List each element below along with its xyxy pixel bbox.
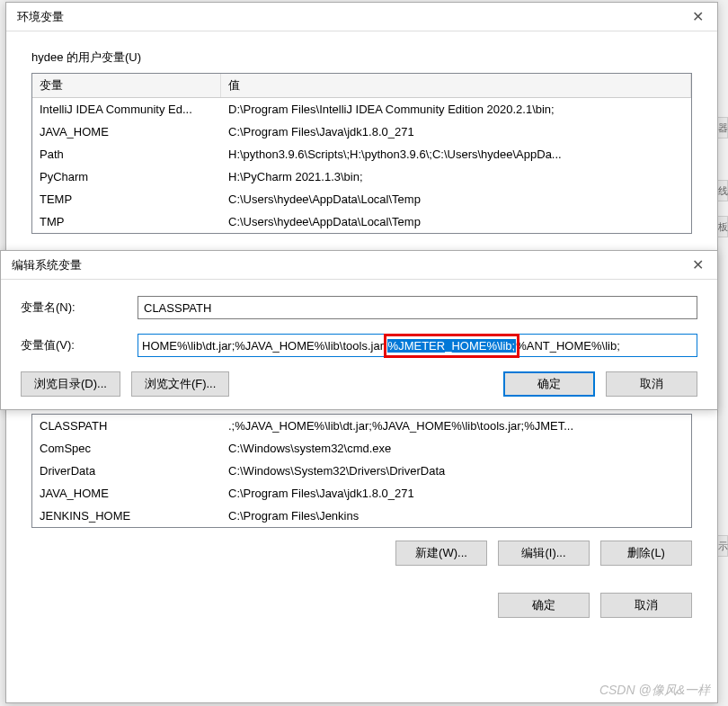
cell-val: C:\Windows\system32\cmd.exe	[221, 439, 691, 458]
col-header-var[interactable]: 变量	[32, 74, 221, 97]
table-header: 变量 值	[32, 74, 691, 98]
edit-dialog-body: 变量名(N): 变量值(V): HOME%\lib\dt.jar;%JAVA_H…	[1, 280, 717, 409]
ok-button[interactable]: 确定	[503, 371, 595, 397]
var-value-label: 变量值(V):	[21, 337, 138, 353]
close-icon[interactable]: ✕	[687, 256, 708, 273]
edge-tab: 示	[717, 535, 728, 557]
cell-var: DriverData	[32, 461, 221, 480]
browse-dir-button[interactable]: 浏览目录(D)...	[21, 371, 120, 397]
edit-system-var-dialog: 编辑系统变量 ✕ 变量名(N): 变量值(V): HOME%\lib\dt.ja…	[0, 250, 718, 410]
cell-var: IntelliJ IDEA Community Ed...	[32, 100, 221, 119]
table-row[interactable]: TEMPC:\Users\hydee\AppData\Local\Temp	[32, 188, 691, 210]
cell-val: .;%JAVA_HOME%\lib\dt.jar;%JAVA_HOME%\lib…	[221, 416, 691, 435]
edit-dialog-titlebar: 编辑系统变量 ✕	[1, 251, 717, 280]
var-value-input[interactable]: HOME%\lib\dt.jar;%JAVA_HOME%\lib\tools.j…	[138, 334, 697, 357]
edit-dialog-button-row: 浏览目录(D)... 浏览文件(F)... 确定 取消	[21, 371, 697, 397]
cell-var: JAVA_HOME	[32, 122, 221, 141]
table-row[interactable]: CLASSPATH.;%JAVA_HOME%\lib\dt.jar;%JAVA_…	[32, 415, 691, 437]
cell-val: H:\python3.9.6\Scripts\;H:\python3.9.6\;…	[221, 145, 691, 164]
table-row[interactable]: JAVA_HOMEC:\Program Files\Java\jdk1.8.0_…	[32, 121, 691, 143]
close-icon[interactable]: ✕	[687, 8, 708, 25]
table-row[interactable]: IntelliJ IDEA Community Ed...D:\Program …	[32, 98, 691, 121]
cell-var: JAVA_HOME	[32, 484, 221, 503]
cell-val: H:\PyCharm 2021.1.3\bin;	[221, 167, 691, 186]
cell-var: PyCharm	[32, 167, 221, 186]
cell-val: C:\Program Files\Java\jdk1.8.0_271	[221, 122, 691, 141]
env-dialog-titlebar: 环境变量 ✕	[6, 3, 717, 31]
cell-var: ComSpec	[32, 439, 221, 458]
value-segment-selected: %JMETER_HOME%\lib;	[387, 339, 517, 353]
sys-table-buttons: 新建(W)... 编辑(I)... 删除(L)	[6, 541, 692, 566]
cell-var: Path	[32, 145, 221, 164]
var-name-row: 变量名(N):	[21, 296, 697, 319]
cell-var: TMP	[32, 212, 221, 231]
cancel-button[interactable]: 取消	[606, 371, 697, 397]
cell-var: TEMP	[32, 190, 221, 209]
table-row[interactable]: PathH:\python3.9.6\Scripts\;H:\python3.9…	[32, 143, 691, 165]
system-vars-table: CLASSPATH.;%JAVA_HOME%\lib\dt.jar;%JAVA_…	[31, 414, 692, 528]
cell-var: JENKINS_HOME	[32, 506, 221, 525]
cell-val: C:\Program Files\Jenkins	[221, 506, 691, 525]
table-row[interactable]: JAVA_HOMEC:\Program Files\Java\jdk1.8.0_…	[32, 482, 691, 505]
cell-val: C:\Users\hydee\AppData\Local\Temp	[221, 190, 691, 209]
edge-tab: 板	[717, 216, 728, 237]
table-row[interactable]: TMPC:\Users\hydee\AppData\Local\Temp	[32, 210, 691, 233]
ok-button[interactable]: 确定	[498, 593, 590, 618]
table-row[interactable]: PyCharmH:\PyCharm 2021.1.3\bin;	[32, 165, 691, 188]
cell-var: CLASSPATH	[32, 416, 221, 435]
table-row[interactable]: DriverDataC:\Windows\System32\Drivers\Dr…	[32, 460, 691, 482]
new-button[interactable]: 新建(W)...	[395, 541, 487, 566]
var-name-input[interactable]	[138, 296, 697, 319]
env-dialog-title: 环境变量	[17, 9, 64, 25]
col-header-val[interactable]: 值	[221, 74, 691, 97]
cell-val: C:\Program Files\Java\jdk1.8.0_271	[221, 484, 691, 503]
edit-button[interactable]: 编辑(I)...	[498, 541, 590, 566]
user-vars-label: hydee 的用户变量(U)	[31, 49, 717, 66]
cell-val: D:\Program Files\IntelliJ IDEA Community…	[221, 100, 691, 119]
user-vars-table: 变量 值 IntelliJ IDEA Community Ed...D:\Pro…	[31, 73, 692, 234]
edge-tab: 器	[717, 117, 728, 139]
cell-val: C:\Windows\System32\Drivers\DriverData	[221, 461, 691, 480]
edit-dialog-title: 编辑系统变量	[12, 257, 82, 273]
browse-file-button[interactable]: 浏览文件(F)...	[131, 371, 229, 397]
value-segment-post: %ANT_HOME%\lib;	[516, 339, 620, 353]
var-value-row: 变量值(V): HOME%\lib\dt.jar;%JAVA_HOME%\lib…	[21, 334, 697, 357]
var-name-label: 变量名(N):	[21, 299, 138, 316]
watermark: CSDN @像风&一样	[599, 683, 710, 699]
env-dialog-buttons: 确定 取消	[6, 593, 692, 618]
edge-tab: 线	[717, 180, 728, 201]
table-row[interactable]: ComSpecC:\Windows\system32\cmd.exe	[32, 437, 691, 460]
table-row[interactable]: JENKINS_HOMEC:\Program Files\Jenkins	[32, 505, 691, 527]
delete-button[interactable]: 删除(L)	[600, 541, 692, 566]
value-segment-pre: HOME%\lib\dt.jar;%JAVA_HOME%\lib\tools.j…	[142, 339, 387, 353]
cell-val: C:\Users\hydee\AppData\Local\Temp	[221, 212, 691, 231]
cancel-button[interactable]: 取消	[600, 593, 692, 618]
